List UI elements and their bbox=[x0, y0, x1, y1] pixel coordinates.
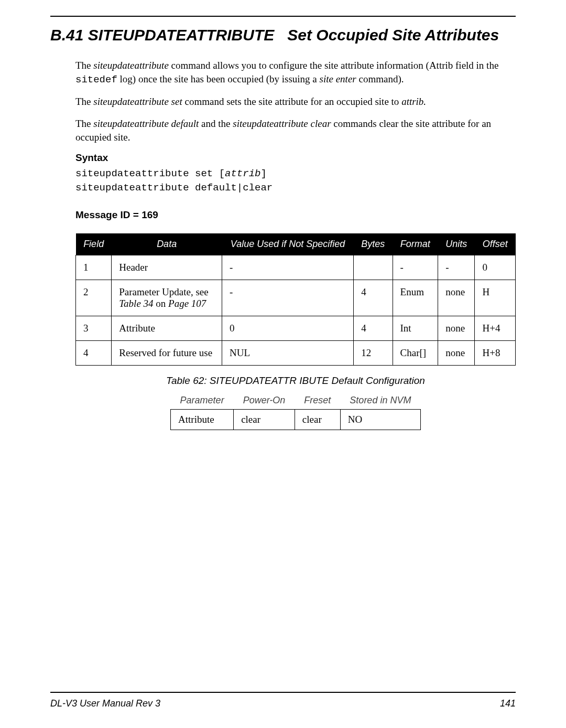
cell-data-ref-tail: on bbox=[154, 298, 169, 309]
dth-parameter: Parameter bbox=[171, 392, 234, 410]
p1-code: sitedef bbox=[75, 74, 117, 85]
cell-data: Attribute bbox=[112, 316, 222, 341]
p2-a: The bbox=[75, 96, 93, 107]
dcell-freset: clear bbox=[295, 410, 340, 430]
cell-format: Enum bbox=[393, 280, 438, 316]
dcell-parameter: Attribute bbox=[171, 410, 234, 430]
syntax-l1-a: siteupdateattribute set [ bbox=[75, 168, 225, 179]
dth-freset: Freset bbox=[295, 392, 340, 410]
th-vuns: Value Used if Not Specified bbox=[222, 233, 354, 255]
cell-field: 2 bbox=[76, 280, 112, 316]
th-field: Field bbox=[76, 233, 112, 255]
message-id-heading: Message ID = 169 bbox=[75, 209, 516, 221]
p1-a: The bbox=[75, 60, 93, 71]
cell-data-ref: Table 34 bbox=[119, 298, 153, 309]
p1-b: command allows you to configure the site… bbox=[169, 60, 499, 71]
p2-cmd: siteupdateattribute set bbox=[93, 96, 182, 107]
footer-doc-title: DL-V3 User Manual Rev 3 bbox=[50, 698, 160, 709]
cell-bytes bbox=[354, 255, 393, 280]
cell-field: 1 bbox=[76, 255, 112, 280]
cell-data-ref-page: Page 107 bbox=[168, 298, 206, 309]
cell-data: Header bbox=[112, 255, 222, 280]
intro-paragraph-1: The siteupdateattribute command allows y… bbox=[75, 59, 516, 87]
footer-rule bbox=[50, 692, 516, 693]
syntax-block: siteupdateattribute set [attrib] siteupd… bbox=[75, 167, 516, 195]
p3-cmd2: siteupdateattribute clear bbox=[233, 118, 331, 129]
th-data: Data bbox=[112, 233, 222, 255]
intro-paragraph-2: The siteupdateattribute set command sets… bbox=[75, 95, 516, 109]
syntax-l1-b: ] bbox=[260, 168, 266, 179]
dth-poweron: Power-On bbox=[234, 392, 295, 410]
syntax-line-1: siteupdateattribute set [attrib] bbox=[75, 167, 516, 181]
footer-page-number: 141 bbox=[500, 698, 516, 709]
syntax-line-2: siteupdateattribute default|clear bbox=[75, 181, 516, 195]
section-heading: B.41 SITEUPDATEATTRIBUTE Set Occupied Si… bbox=[50, 26, 516, 44]
p3-a: The bbox=[75, 118, 93, 129]
p1-c: log) once the site has been occupied (by… bbox=[117, 73, 320, 84]
cell-offset: 0 bbox=[475, 255, 516, 280]
def-row: Attribute clear clear NO bbox=[171, 410, 421, 430]
cell-data-text: Parameter Update, see bbox=[119, 286, 208, 297]
dth-nvm: Stored in NVM bbox=[340, 392, 420, 410]
cell-format: Char[] bbox=[393, 341, 438, 366]
section-cmd: SITEUPDATEATTRIBUTE bbox=[88, 26, 275, 44]
table-row: 3 Attribute 0 4 Int none H+4 bbox=[76, 316, 516, 341]
cell-vuns: NUL bbox=[222, 341, 354, 366]
cell-vuns: 0 bbox=[222, 316, 354, 341]
section-title-text: Set Occupied Site Attributes bbox=[287, 26, 499, 44]
def-header-row: Parameter Power-On Freset Stored in NVM bbox=[171, 392, 421, 410]
dcell-nvm: NO bbox=[340, 410, 420, 430]
p2-b: command sets the site attribute for an o… bbox=[182, 96, 401, 107]
section-number: B.41 bbox=[50, 26, 83, 44]
intro-paragraph-3: The siteupdateattribute default and the … bbox=[75, 117, 516, 144]
cell-bytes: 12 bbox=[354, 341, 393, 366]
syntax-l1-arg: attrib bbox=[225, 168, 260, 179]
cell-units: none bbox=[438, 341, 475, 366]
th-format: Format bbox=[393, 233, 438, 255]
table-row: 2 Parameter Update, see Table 34 on Page… bbox=[76, 280, 516, 316]
cell-offset: H+8 bbox=[475, 341, 516, 366]
syntax-heading: Syntax bbox=[75, 152, 516, 164]
cell-format: - bbox=[393, 255, 438, 280]
default-config-table: Parameter Power-On Freset Stored in NVM … bbox=[170, 392, 421, 430]
table-row: 1 Header - - - 0 bbox=[76, 255, 516, 280]
cell-data: Reserved for future use bbox=[112, 341, 222, 366]
table-header-row: Field Data Value Used if Not Specified B… bbox=[76, 233, 516, 255]
page-footer: DL-V3 User Manual Rev 3 141 bbox=[50, 692, 516, 709]
cell-data: Parameter Update, see Table 34 on Page 1… bbox=[112, 280, 222, 316]
p1-cmd2: site enter bbox=[320, 73, 356, 84]
cell-offset: H bbox=[475, 280, 516, 316]
p1-cmd: siteupdateattribute bbox=[93, 60, 169, 71]
p3-b: and the bbox=[199, 118, 233, 129]
p3-cmd: siteupdateattribute default bbox=[93, 118, 199, 129]
cell-units: none bbox=[438, 280, 475, 316]
table-caption: Table 62: SITEUPDATEATTR IBUTE Default C… bbox=[75, 375, 516, 387]
cell-vuns: - bbox=[222, 255, 354, 280]
p2-cmd2: attrib. bbox=[401, 96, 426, 107]
th-offset: Offset bbox=[475, 233, 516, 255]
cell-format: Int bbox=[393, 316, 438, 341]
message-structure-table: Field Data Value Used if Not Specified B… bbox=[75, 233, 516, 366]
table-row: 4 Reserved for future use NUL 12 Char[] … bbox=[76, 341, 516, 366]
cell-field: 4 bbox=[76, 341, 112, 366]
p1-d: command). bbox=[356, 73, 404, 84]
th-units: Units bbox=[438, 233, 475, 255]
cell-vuns: - bbox=[222, 280, 354, 316]
top-rule bbox=[50, 16, 516, 17]
cell-offset: H+4 bbox=[475, 316, 516, 341]
cell-bytes: 4 bbox=[354, 280, 393, 316]
cell-units: - bbox=[438, 255, 475, 280]
dcell-poweron: clear bbox=[234, 410, 295, 430]
cell-bytes: 4 bbox=[354, 316, 393, 341]
th-bytes: Bytes bbox=[354, 233, 393, 255]
cell-units: none bbox=[438, 316, 475, 341]
cell-field: 3 bbox=[76, 316, 112, 341]
